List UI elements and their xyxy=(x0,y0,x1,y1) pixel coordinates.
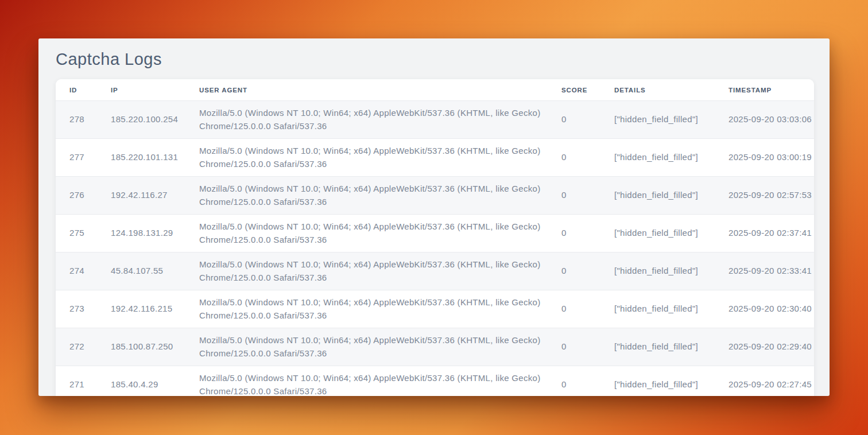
cell-timestamp: 2025-09-20 02:27:45 xyxy=(715,366,814,397)
cell-ip: 185.220.100.254 xyxy=(97,101,185,139)
cell-score: 0 xyxy=(548,328,600,366)
table-body: 278 185.220.100.254 Mozilla/5.0 (Windows… xyxy=(56,101,814,397)
cell-user-agent: Mozilla/5.0 (Windows NT 10.0; Win64; x64… xyxy=(185,215,548,253)
column-header-ip: IP xyxy=(97,79,185,101)
cell-score: 0 xyxy=(548,215,600,253)
cell-ip: 124.198.131.29 xyxy=(97,215,185,253)
cell-user-agent: Mozilla/5.0 (Windows NT 10.0; Win64; x64… xyxy=(185,177,548,215)
column-header-score: SCORE xyxy=(548,79,600,101)
table-row: 272 185.100.87.250 Mozilla/5.0 (Windows … xyxy=(56,328,814,366)
table-row: 271 185.40.4.29 Mozilla/5.0 (Windows NT … xyxy=(56,366,814,397)
cell-details: ["hidden_field_filled"] xyxy=(600,290,715,328)
cell-timestamp: 2025-09-20 02:37:41 xyxy=(715,215,814,253)
column-header-id: ID xyxy=(56,79,97,101)
cell-score: 0 xyxy=(548,101,600,139)
logs-table-container: ID IP USER AGENT SCORE DETAILS TIMESTAMP… xyxy=(56,79,814,396)
column-header-details: DETAILS xyxy=(600,79,715,101)
cell-timestamp: 2025-09-20 02:29:40 xyxy=(715,328,814,366)
cell-details: ["hidden_field_filled"] xyxy=(600,328,715,366)
cell-user-agent: Mozilla/5.0 (Windows NT 10.0; Win64; x64… xyxy=(185,328,548,366)
cell-user-agent: Mozilla/5.0 (Windows NT 10.0; Win64; x64… xyxy=(185,366,548,397)
cell-ip: 192.42.116.27 xyxy=(97,177,185,215)
cell-user-agent: Mozilla/5.0 (Windows NT 10.0; Win64; x64… xyxy=(185,139,548,177)
cell-timestamp: 2025-09-20 02:30:40 xyxy=(715,290,814,328)
cell-ip: 185.100.87.250 xyxy=(97,328,185,366)
cell-timestamp: 2025-09-20 03:03:06 xyxy=(715,101,814,139)
cell-ip: 45.84.107.55 xyxy=(97,253,185,290)
table-header-row: ID IP USER AGENT SCORE DETAILS TIMESTAMP xyxy=(56,79,814,101)
cell-timestamp: 2025-09-20 03:00:19 xyxy=(715,139,814,177)
cell-details: ["hidden_field_filled"] xyxy=(600,215,715,253)
cell-user-agent: Mozilla/5.0 (Windows NT 10.0; Win64; x64… xyxy=(185,290,548,328)
cell-score: 0 xyxy=(548,177,600,215)
column-header-user-agent: USER AGENT xyxy=(185,79,548,101)
cell-id: 272 xyxy=(56,328,97,366)
cell-score: 0 xyxy=(548,290,600,328)
cell-id: 274 xyxy=(56,253,97,290)
cell-score: 0 xyxy=(548,139,600,177)
cell-details: ["hidden_field_filled"] xyxy=(600,366,715,397)
cell-id: 275 xyxy=(56,215,97,253)
cell-timestamp: 2025-09-20 02:33:41 xyxy=(715,253,814,290)
cell-details: ["hidden_field_filled"] xyxy=(600,139,715,177)
cell-score: 0 xyxy=(548,253,600,290)
table-row: 273 192.42.116.215 Mozilla/5.0 (Windows … xyxy=(56,290,814,328)
cell-id: 273 xyxy=(56,290,97,328)
table-row: 276 192.42.116.27 Mozilla/5.0 (Windows N… xyxy=(56,177,814,215)
cell-id: 277 xyxy=(56,139,97,177)
cell-id: 276 xyxy=(56,177,97,215)
cell-id: 271 xyxy=(56,366,97,397)
table-row: 274 45.84.107.55 Mozilla/5.0 (Windows NT… xyxy=(56,253,814,290)
logs-table: ID IP USER AGENT SCORE DETAILS TIMESTAMP… xyxy=(56,79,814,396)
table-row: 275 124.198.131.29 Mozilla/5.0 (Windows … xyxy=(56,215,814,253)
cell-user-agent: Mozilla/5.0 (Windows NT 10.0; Win64; x64… xyxy=(185,101,548,139)
table-row: 278 185.220.100.254 Mozilla/5.0 (Windows… xyxy=(56,101,814,139)
page-background: Captcha Logs ID IP USER AGENT SCORE xyxy=(0,0,868,435)
cell-ip: 192.42.116.215 xyxy=(97,290,185,328)
cell-ip: 185.220.101.131 xyxy=(97,139,185,177)
cell-timestamp: 2025-09-20 02:57:53 xyxy=(715,177,814,215)
table-header: ID IP USER AGENT SCORE DETAILS TIMESTAMP xyxy=(56,79,814,101)
cell-ip: 185.40.4.29 xyxy=(97,366,185,397)
captcha-logs-card: Captcha Logs ID IP USER AGENT SCORE xyxy=(38,38,830,396)
cell-details: ["hidden_field_filled"] xyxy=(600,253,715,290)
cell-user-agent: Mozilla/5.0 (Windows NT 10.0; Win64; x64… xyxy=(185,253,548,290)
column-header-timestamp: TIMESTAMP xyxy=(715,79,814,101)
page-title: Captcha Logs xyxy=(56,50,814,69)
cell-details: ["hidden_field_filled"] xyxy=(600,101,715,139)
cell-score: 0 xyxy=(548,366,600,397)
cell-id: 278 xyxy=(56,101,97,139)
table-row: 277 185.220.101.131 Mozilla/5.0 (Windows… xyxy=(56,139,814,177)
cell-details: ["hidden_field_filled"] xyxy=(600,177,715,215)
